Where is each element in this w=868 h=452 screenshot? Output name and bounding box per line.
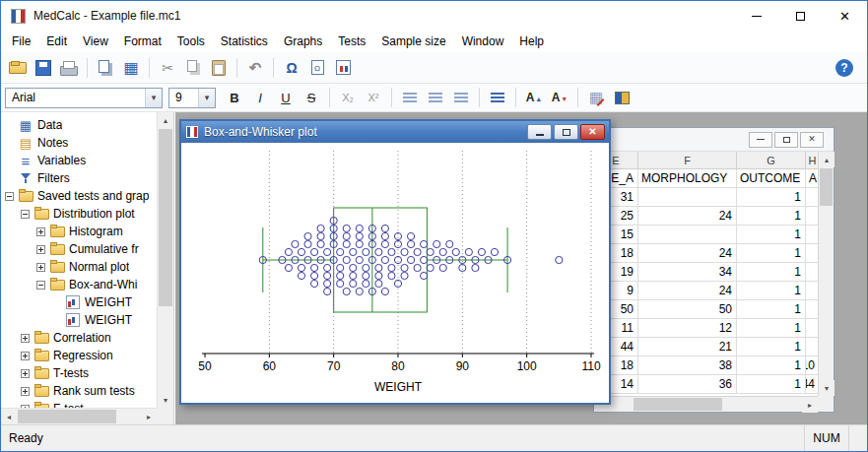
data-cell[interactable]: 44 — [806, 375, 818, 394]
minimize-button[interactable] — [527, 124, 552, 140]
data-cell[interactable]: 38 — [638, 356, 737, 375]
menu-view[interactable]: View — [75, 32, 116, 51]
tree-item-variables[interactable]: Variables — [1, 152, 157, 169]
underline-button[interactable]: U — [274, 86, 298, 109]
data-cell[interactable]: 1 — [737, 319, 806, 338]
align-center-button[interactable] — [424, 86, 447, 109]
data-cell[interactable]: 10 — [806, 356, 818, 375]
undo-icon[interactable] — [243, 56, 267, 80]
data-cell[interactable] — [806, 244, 818, 263]
data-cell[interactable]: 21 — [638, 338, 737, 356]
open-icon[interactable] — [6, 56, 30, 80]
copy-page-icon[interactable] — [94, 56, 117, 80]
tree-item-weight[interactable]: WEIGHT — [1, 311, 157, 329]
data-cell[interactable]: 24 — [638, 244, 737, 263]
tree-item-filters[interactable]: Filters — [1, 169, 157, 187]
print-icon[interactable] — [57, 56, 81, 80]
expand-icon[interactable] — [21, 387, 30, 396]
tree-item-notes[interactable]: Notes — [1, 134, 157, 152]
expand-icon[interactable] — [21, 369, 30, 378]
data-cell[interactable] — [806, 319, 818, 338]
data-cell[interactable]: 1 — [737, 188, 806, 207]
list-button[interactable] — [486, 86, 509, 109]
plot-titlebar[interactable]: Box-and-Whisker plot ✕ — [181, 121, 609, 143]
insert-symbol-icon[interactable] — [305, 56, 329, 80]
expand-icon[interactable] — [21, 352, 30, 360]
data-cell[interactable]: 1 — [737, 226, 806, 244]
strikethrough-button[interactable]: S — [300, 86, 323, 109]
font-size-select[interactable]: 9 — [168, 88, 216, 108]
close-button[interactable]: ✕ — [800, 132, 824, 148]
scrollbar-thumb[interactable] — [634, 398, 722, 411]
bold-button[interactable]: B — [223, 86, 246, 109]
data-cell[interactable] — [806, 226, 818, 244]
spreadsheet-window[interactable]: ✕ EFGHDE_AMORPHOLOGYOUTCOMEA311252411511… — [593, 127, 835, 413]
menu-graphs[interactable]: Graphs — [276, 32, 330, 51]
spreadsheet-titlebar[interactable]: ✕ — [594, 128, 834, 152]
scroll-right-icon[interactable]: ▸ — [141, 409, 157, 424]
menu-window[interactable]: Window — [454, 32, 512, 51]
decrease-font-button[interactable]: A — [548, 86, 571, 109]
tree-item-histogram[interactable]: Histogram — [1, 223, 157, 240]
sheet-horizontal-scrollbar[interactable]: ▸ — [594, 396, 818, 412]
titlebar[interactable]: MedCalc - Example file.mc1 ✕ — [1, 1, 867, 31]
collapse-icon[interactable] — [36, 281, 45, 290]
restore-button[interactable] — [774, 132, 798, 148]
data-cell[interactable] — [806, 263, 818, 282]
close-button[interactable]: ✕ — [823, 1, 867, 31]
menu-sample-size[interactable]: Sample size — [373, 32, 453, 51]
chevron-down-icon[interactable] — [198, 89, 215, 107]
copy-icon[interactable] — [181, 56, 205, 80]
align-left-button[interactable] — [398, 86, 422, 109]
data-cell[interactable]: 34 — [638, 263, 737, 282]
variable-name-cell[interactable]: A — [806, 169, 818, 188]
paste-icon[interactable] — [207, 56, 231, 80]
tree-item-distribution-plot[interactable]: Distribution plot — [1, 205, 157, 223]
data-cell[interactable]: 1 — [737, 356, 806, 375]
column-header-g[interactable]: G — [737, 152, 806, 169]
sheet-vertical-scrollbar[interactable]: ▴ ▾ — [818, 152, 834, 396]
scroll-down-icon[interactable]: ▾ — [158, 392, 173, 408]
data-cell[interactable]: 1 — [737, 263, 806, 282]
maximize-button[interactable] — [778, 1, 823, 31]
tree-item-saved-tests-and-grap[interactable]: Saved tests and grap — [1, 187, 157, 205]
save-icon[interactable] — [32, 56, 55, 80]
collapse-icon[interactable] — [5, 192, 14, 201]
data-cell[interactable]: 24 — [638, 207, 737, 226]
close-button[interactable]: ✕ — [580, 124, 605, 140]
data-cell[interactable] — [806, 282, 818, 300]
scrollbar-thumb[interactable] — [820, 168, 833, 206]
tree-horizontal-scrollbar[interactable]: ◂ ▸ — [1, 408, 157, 424]
align-right-button[interactable] — [449, 86, 473, 109]
scroll-up-icon[interactable]: ▴ — [158, 112, 173, 128]
format-cells-icon[interactable] — [584, 86, 608, 109]
data-cell[interactable]: 1 — [737, 338, 806, 356]
insert-graph-icon[interactable] — [331, 56, 355, 80]
tree-item-weight[interactable]: WEIGHT — [1, 293, 157, 311]
tree-vertical-scrollbar[interactable]: ▴ ▾ — [157, 112, 173, 408]
data-cell[interactable]: 1 — [737, 207, 806, 226]
plot-window[interactable]: Box-and-Whisker plot ✕ 5060708090100110W… — [179, 119, 611, 405]
column-header-f[interactable]: F — [638, 152, 737, 169]
omega-icon[interactable] — [280, 56, 303, 80]
menu-tools[interactable]: Tools — [169, 32, 213, 51]
menu-tests[interactable]: Tests — [330, 32, 373, 51]
expand-icon[interactable] — [21, 334, 30, 343]
tree-item-box-and-whi[interactable]: Box-and-Whi — [1, 276, 157, 293]
tree-item-f-test[interactable]: F-test — [1, 400, 157, 408]
data-cell[interactable]: 1 — [737, 300, 806, 319]
scroll-down-icon[interactable]: ▾ — [819, 380, 835, 396]
help-icon[interactable] — [835, 59, 853, 77]
font-family-select[interactable]: Arial — [5, 88, 163, 108]
italic-button[interactable]: I — [248, 86, 272, 109]
tree-item-correlation[interactable]: Correlation — [1, 329, 157, 347]
cut-icon[interactable] — [156, 56, 179, 80]
data-cell[interactable]: 36 — [638, 375, 737, 394]
data-cell[interactable] — [638, 226, 737, 244]
tree-item-data[interactable]: Data — [1, 116, 157, 134]
data-cell[interactable] — [638, 188, 737, 207]
scroll-left-icon[interactable]: ◂ — [1, 409, 17, 424]
data-cell[interactable]: 50 — [638, 300, 737, 319]
spreadsheet-grid[interactable]: EFGHDE_AMORPHOLOGYOUTCOMEA31125241151182… — [594, 152, 818, 412]
subscript-button[interactable]: X₂ — [336, 86, 360, 109]
